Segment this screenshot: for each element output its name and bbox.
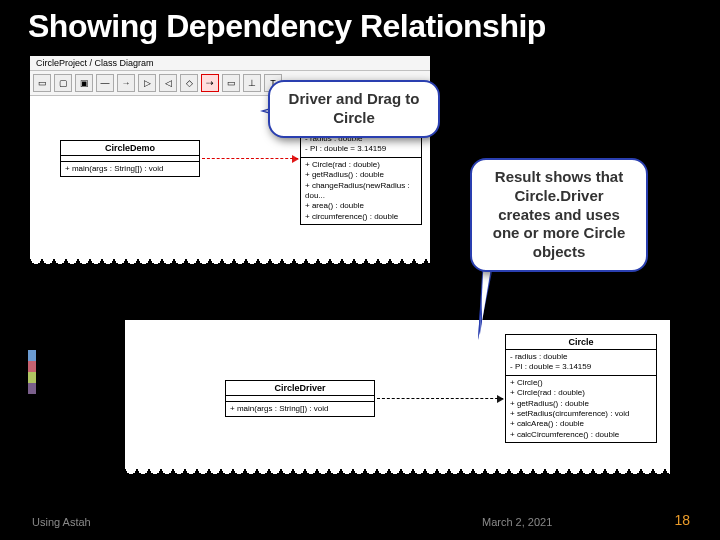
footer-date: March 2, 2021 [482, 516, 552, 528]
uml-ops: + main(args : String[]) : void [61, 162, 199, 176]
uml-class-circle-bottom: Circle - radius : double - PI : double =… [505, 334, 657, 443]
tool-dependency-icon[interactable]: ⇢ [201, 74, 219, 92]
tool-aggr-icon[interactable]: ◇ [180, 74, 198, 92]
tool-gen-icon[interactable]: ▷ [138, 74, 156, 92]
uml-class-name: Circle [506, 335, 656, 350]
page-number: 18 [674, 512, 690, 528]
torn-edge [125, 469, 670, 481]
callout-result: Result shows that Circle.Driver creates … [470, 158, 648, 272]
torn-edge [30, 259, 430, 271]
slide-title: Showing Dependency Relationship [0, 0, 720, 49]
tool-select-icon[interactable]: ▭ [33, 74, 51, 92]
diagram-tab: CircleProject / Class Diagram [30, 56, 430, 71]
tool-anchor-icon[interactable]: ⊥ [243, 74, 261, 92]
dependency-arrow-bottom [377, 398, 503, 399]
tool-package-icon[interactable]: ▣ [75, 74, 93, 92]
tool-note-icon[interactable]: ▭ [222, 74, 240, 92]
accent-bars [28, 350, 36, 394]
tool-nav-icon[interactable]: → [117, 74, 135, 92]
uml-attrs: - radius : double - PI : double = 3.1415… [506, 350, 656, 376]
uml-ops: + Circle() + Circle(rad : double) + getR… [506, 376, 656, 442]
uml-class-name: CircleDriver [226, 381, 374, 396]
tool-class-icon[interactable]: ▢ [54, 74, 72, 92]
uml-class-driver-top: CircleDemo + main(args : String[]) : voi… [60, 140, 200, 177]
uml-ops: + main(args : String[]) : void [226, 402, 374, 416]
uml-class-name: CircleDemo [61, 141, 199, 156]
footer-source: Using Astah [32, 516, 91, 528]
tool-assoc-icon[interactable]: — [96, 74, 114, 92]
uml-class-driver-bottom: CircleDriver + main(args : String[]) : v… [225, 380, 375, 417]
bottom-screenshot: CircleDriver + main(args : String[]) : v… [125, 320, 670, 480]
callout-drag: Driver and Drag to Circle [268, 80, 440, 138]
tool-real-icon[interactable]: ◁ [159, 74, 177, 92]
dependency-arrow-top [202, 158, 298, 159]
uml-ops: + Circle(rad : double) + getRadius() : d… [301, 158, 421, 224]
